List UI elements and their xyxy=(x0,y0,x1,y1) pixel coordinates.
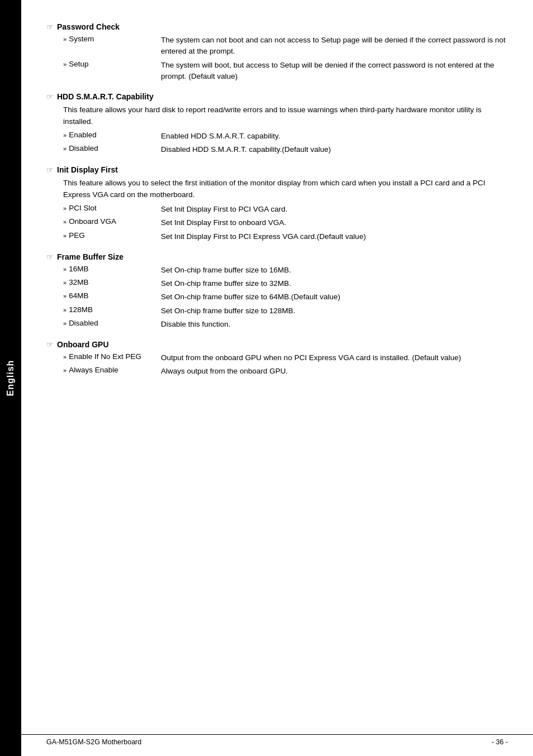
option-desc-enable-no-ext-peg: Output from the onboard GPU when no PCI … xyxy=(161,352,508,363)
option-row-disabled-smart: » Disabled Disabled HDD S.M.A.R.T. capab… xyxy=(46,144,508,155)
option-row-32mb: » 32MB Set On-chip frame buffer size to … xyxy=(46,278,508,289)
option-desc-pci-slot: Set Init Display First to PCI VGA card. xyxy=(161,204,508,215)
option-row-setup: » Setup The system will boot, but access… xyxy=(46,60,508,83)
option-row-onboard-vga: » Onboard VGA Set Init Display First to … xyxy=(46,217,508,228)
footer-page: - 36 - xyxy=(492,738,508,746)
option-desc-always-enable: Always output from the onboard GPU. xyxy=(161,366,508,377)
option-label-32mb: 32MB xyxy=(69,278,88,286)
option-desc-peg: Set Init Display First to PCI Express VG… xyxy=(161,231,508,242)
section-title-onboard-gpu: Onboard GPU xyxy=(57,340,109,349)
body-text-hdd-smart: This feature allows your hard disk to re… xyxy=(46,104,508,128)
section-icon-frame-buffer: ☞ xyxy=(46,252,54,261)
option-key-onboard-vga: » Onboard VGA xyxy=(63,217,161,226)
sidebar-label: English xyxy=(6,360,16,396)
arrow-icon-16mb: » xyxy=(63,266,66,272)
option-row-enabled: » Enabled Enabled HDD S.M.A.R.T. capabil… xyxy=(46,131,508,142)
section-password-check: ☞ Password Check xyxy=(46,22,508,31)
option-desc-disabled-frame: Disable this function. xyxy=(161,319,508,330)
option-label-enabled: Enabled xyxy=(69,131,97,139)
arrow-icon-peg: » xyxy=(63,232,66,239)
option-key-64mb: » 64MB xyxy=(63,291,161,300)
option-key-32mb: » 32MB xyxy=(63,278,161,286)
option-label-16mb: 16MB xyxy=(69,265,88,273)
option-row-disabled-frame: » Disabled Disable this function. xyxy=(46,319,508,330)
option-desc-64mb: Set On-chip frame buffer size to 64MB.(D… xyxy=(161,291,508,303)
option-row-peg: » PEG Set Init Display First to PCI Expr… xyxy=(46,231,508,242)
option-row-pci-slot: » PCI Slot Set Init Display First to PCI… xyxy=(46,204,508,215)
option-desc-setup: The system will boot, but access to Setu… xyxy=(161,60,508,83)
section-icon-init-display: ☞ xyxy=(46,165,54,174)
option-key-disabled-frame: » Disabled xyxy=(63,319,161,327)
option-label-always-enable: Always Enable xyxy=(69,366,118,374)
section-icon-onboard-gpu: ☞ xyxy=(46,340,54,349)
arrow-icon-enable-no-ext-peg: » xyxy=(63,353,66,360)
section-onboard-gpu: ☞ Onboard GPU xyxy=(46,340,508,349)
option-key-disabled-smart: » Disabled xyxy=(63,144,161,152)
body-text-init-display: This feature allows you to select the fi… xyxy=(46,178,508,201)
option-key-peg: » PEG xyxy=(63,231,161,240)
option-desc-enabled: Enabled HDD S.M.A.R.T. capability. xyxy=(161,131,508,142)
option-label-onboard-vga: Onboard VGA xyxy=(69,217,116,226)
section-title-password-check: Password Check xyxy=(57,22,120,31)
section-frame-buffer: ☞ Frame Buffer Size xyxy=(46,252,508,261)
section-init-display: ☞ Init Display First xyxy=(46,165,508,174)
option-label-64mb: 64MB xyxy=(69,291,88,300)
arrow-icon-enabled: » xyxy=(63,132,66,138)
arrow-icon-128mb: » xyxy=(63,307,66,313)
section-title-hdd-smart: HDD S.M.A.R.T. Capability xyxy=(57,92,154,101)
option-label-peg: PEG xyxy=(69,231,85,240)
section-icon-password-check: ☞ xyxy=(46,22,54,31)
arrow-icon-32mb: » xyxy=(63,279,66,286)
option-label-128mb: 128MB xyxy=(69,305,93,314)
section-icon-hdd-smart: ☞ xyxy=(46,92,54,101)
option-key-128mb: » 128MB xyxy=(63,305,161,314)
page-wrapper: English ☞ Password Check » System The sy… xyxy=(0,0,533,756)
option-row-always-enable: » Always Enable Always output from the o… xyxy=(46,366,508,377)
option-label-disabled-smart: Disabled xyxy=(69,144,98,152)
option-desc-system: The system can not boot and can not acce… xyxy=(161,35,508,58)
option-key-enabled: » Enabled xyxy=(63,131,161,139)
arrow-icon-64mb: » xyxy=(63,293,66,299)
option-desc-16mb: Set On-chip frame buffer size to 16MB. xyxy=(161,265,508,276)
arrow-icon-always-enable: » xyxy=(63,367,66,374)
arrow-icon-onboard-vga: » xyxy=(63,218,66,225)
option-desc-onboard-vga: Set Init Display First to onboard VGA. xyxy=(161,217,508,228)
main-content: ☞ Password Check » System The system can… xyxy=(21,0,533,756)
section-title-frame-buffer: Frame Buffer Size xyxy=(57,252,123,261)
option-label-disabled-frame: Disabled xyxy=(69,319,98,327)
arrow-icon-disabled-frame: » xyxy=(63,320,66,327)
option-desc-disabled-smart: Disabled HDD S.M.A.R.T. capability.(Defa… xyxy=(161,144,508,155)
arrow-icon-disabled-smart: » xyxy=(63,145,66,152)
footer-model: GA-M51GM-S2G Motherboard xyxy=(46,738,141,746)
footer: GA-M51GM-S2G Motherboard - 36 - xyxy=(21,734,533,746)
option-label-system: System xyxy=(69,35,94,43)
sidebar: English xyxy=(0,0,21,756)
option-key-setup: » Setup xyxy=(63,60,161,68)
option-key-always-enable: » Always Enable xyxy=(63,366,161,374)
option-label-setup: Setup xyxy=(69,60,88,68)
option-label-enable-no-ext-peg: Enable If No Ext PEG xyxy=(69,352,141,361)
arrow-icon-system: » xyxy=(63,36,66,42)
option-row-64mb: » 64MB Set On-chip frame buffer size to … xyxy=(46,291,508,303)
option-desc-128mb: Set On-chip frame buffer size to 128MB. xyxy=(161,305,508,317)
option-row-system: » System The system can not boot and can… xyxy=(46,35,508,58)
option-desc-32mb: Set On-chip frame buffer size to 32MB. xyxy=(161,278,508,289)
option-label-pci-slot: PCI Slot xyxy=(69,204,97,212)
option-row-128mb: » 128MB Set On-chip frame buffer size to… xyxy=(46,305,508,317)
option-key-system: » System xyxy=(63,35,161,43)
section-title-init-display: Init Display First xyxy=(57,165,118,174)
option-key-pci-slot: » PCI Slot xyxy=(63,204,161,212)
option-row-enable-no-ext-peg: » Enable If No Ext PEG Output from the o… xyxy=(46,352,508,363)
option-key-16mb: » 16MB xyxy=(63,265,161,273)
option-key-enable-no-ext-peg: » Enable If No Ext PEG xyxy=(63,352,161,361)
arrow-icon-setup: » xyxy=(63,61,66,68)
option-row-16mb: » 16MB Set On-chip frame buffer size to … xyxy=(46,265,508,276)
section-hdd-smart: ☞ HDD S.M.A.R.T. Capability xyxy=(46,92,508,101)
arrow-icon-pci-slot: » xyxy=(63,205,66,212)
